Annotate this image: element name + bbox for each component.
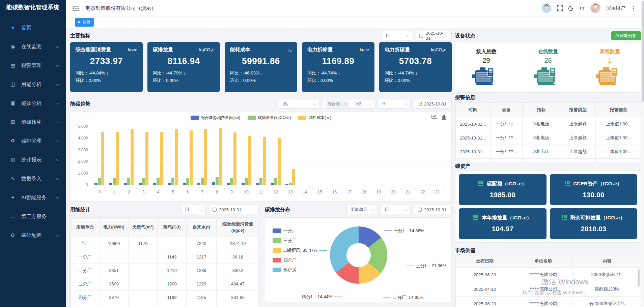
table-row[interactable]: 2025-10-31...一分厂中...A相电压上限超额上限值1.00...	[456, 131, 641, 145]
sidebar-item-carbon-emission-management[interactable]: ♻碳排管理	[0, 131, 66, 150]
sidebar-item-online-monitoring[interactable]: ◉在线监测	[0, 37, 66, 56]
sidebar-item-third-party-services[interactable]: ≣第三方服务	[0, 207, 66, 226]
line-chart-toggle-icon[interactable]	[431, 115, 437, 121]
sidebar-item-energy-usage-analysis[interactable]: ◫用能分析	[0, 75, 66, 94]
assistant-avatar[interactable]	[542, 3, 551, 13]
sidebar-item-data-entry[interactable]: ✎数据录入	[0, 169, 66, 188]
dist-period-select[interactable]: 日	[381, 205, 411, 214]
bar[interactable]	[216, 177, 219, 185]
bar[interactable]	[230, 178, 233, 185]
table-row[interactable]: 2025-10-31...一分厂中...A相电压上限超额上限值1.00...	[456, 145, 641, 159]
bar[interactable]	[204, 129, 207, 185]
bar[interactable]	[259, 178, 262, 185]
table-cell	[129, 250, 158, 264]
table-row[interactable]: 三分厂360912001229484.47	[71, 277, 259, 291]
ai-analysis-button[interactable]: AI智能分析	[611, 31, 641, 40]
bar[interactable]	[248, 136, 251, 185]
page-scrollbar[interactable]	[641, 0, 644, 307]
x-tick-label: 16	[327, 188, 342, 195]
bar[interactable]	[245, 178, 248, 185]
legend-item[interactable]: 四分厂	[273, 257, 297, 263]
table-row[interactable]: 2025-04-12******有限公司碳配额123吨	[456, 282, 641, 297]
table-row[interactable]: 2025-10-31...一分厂中...A相电压上限超额上限值1.00...	[456, 117, 641, 131]
bar[interactable]	[116, 132, 119, 185]
trend-y-axis-labels: 01,0002,0003,0004,0005,000	[73, 126, 89, 185]
bar[interactable]	[127, 178, 130, 185]
sidebar-item-basic-configuration[interactable]: ⚙基础配置	[0, 226, 66, 245]
bar[interactable]	[157, 178, 160, 185]
sidebar-item-energy-efficiency-analysis[interactable]: ▣能效分析	[0, 94, 66, 113]
table-row[interactable]: 四分厂237011891195331.82	[71, 291, 259, 304]
carbon-asset-label: 剩余可排放量（tCO₂e）	[570, 215, 625, 221]
bar-group	[283, 126, 298, 185]
table-cell: A相电压	[523, 117, 560, 131]
more-menu-icon[interactable]: ⋮	[631, 5, 636, 11]
table-row[interactable]: 全厂10660117672402874.19	[71, 237, 259, 250]
table-row[interactable]: 2025-06-20******有限公司2000张绿证出售	[456, 268, 641, 282]
bar[interactable]	[160, 132, 163, 185]
bar[interactable]	[186, 178, 189, 185]
dark-mode-moon-icon[interactable]	[568, 5, 574, 11]
font-size-icon[interactable]: TT	[580, 5, 585, 11]
motor-icon	[472, 66, 501, 88]
carbon-asset-tile: 本年排放量（tCO₂e）104.97	[459, 208, 547, 239]
bar[interactable]	[101, 132, 104, 185]
legend-item[interactable]: 综合能源消费量(kgce)	[191, 115, 240, 121]
table-row[interactable]: 2025-06-20******有限公司有2000张绿证出售	[456, 297, 641, 307]
sidebar-item-ai-services[interactable]: ✦AI智能服务	[0, 188, 66, 207]
sidebar-item-alarm-management[interactable]: ▤报警管理	[0, 56, 66, 75]
bar[interactable]	[131, 129, 134, 185]
bar[interactable]	[142, 178, 145, 185]
bar[interactable]	[171, 178, 174, 185]
menu-collapse-icon[interactable]	[73, 5, 79, 11]
user-avatar[interactable]	[590, 3, 600, 13]
legend-item[interactable]: 碳排放量(kgCO₂e)	[248, 115, 291, 121]
trend-chart-legend: 综合能源消费量(kgce)碳排放量(kgCO₂e)能耗成本(元)	[71, 115, 451, 121]
kpi-date-picker[interactable]: 2025-10-31	[416, 31, 452, 40]
trend-date-picker[interactable]: 2025-10-31	[414, 99, 452, 109]
sidebar-item-statistical-reports[interactable]: ▥统计报表	[0, 150, 66, 169]
fullscreen-icon[interactable]	[557, 5, 563, 11]
table-scrollbar[interactable]	[638, 269, 640, 287]
device-status-value: 28	[533, 57, 563, 64]
table-row[interactable]: 二分厂235112101236330.2	[71, 264, 259, 277]
bar[interactable]	[113, 178, 116, 185]
bar[interactable]	[98, 178, 101, 185]
bar[interactable]	[145, 132, 148, 185]
dist-date-picker[interactable]: 2025-10-31	[414, 205, 452, 214]
trend-metric-select[interactable]: 综合能...× +2	[323, 99, 374, 109]
sidebar-item-home[interactable]: ★首页	[0, 18, 66, 37]
dist-unit-select[interactable]: 用能单元	[346, 205, 377, 214]
trend-scope-select[interactable]: 全厂	[279, 99, 319, 109]
table-row[interactable]: 一分厂1149121739.18	[71, 250, 259, 264]
bar[interactable]	[219, 128, 222, 185]
bar[interactable]	[175, 129, 178, 185]
bar[interactable]	[278, 138, 281, 185]
energy-date-picker[interactable]: 2025-10-31	[209, 205, 259, 214]
carbon-dist-chart-card: 一分厂三分厂二分厂四分厂锅炉房 一分厂: 14.38%三分厂: 21.36%二分…	[265, 217, 452, 302]
energy-stats-table: 用能单元电力(kWh)天然气(m³)蒸汽(GJ)自来水(t)综合能源消费量(kg…	[71, 218, 259, 307]
legend-item[interactable]: 锅炉房	[273, 267, 297, 273]
kpi-period-select[interactable]: 日	[382, 31, 412, 40]
legend-item[interactable]: 一分厂	[273, 228, 297, 234]
sidebar-item-energy-carbon-budget[interactable]: ▦能碳预算	[0, 113, 66, 131]
legend-item[interactable]: 三分厂	[273, 238, 297, 244]
table-header-cell: 天然气(m³)	[129, 218, 158, 237]
bar[interactable]	[274, 178, 277, 185]
legend-item[interactable]: 能耗成本(元)	[298, 115, 331, 121]
scrollbar-thumb[interactable]	[642, 1, 644, 102]
bar[interactable]	[233, 132, 236, 185]
trend-date-value: 2025-10-31	[424, 101, 447, 106]
bar[interactable]	[292, 169, 295, 185]
tab-home[interactable]: 首页	[75, 18, 94, 27]
report-icon: ▥	[9, 157, 16, 163]
bar[interactable]	[190, 130, 193, 185]
bar-chart-toggle-icon[interactable]	[441, 115, 447, 121]
table-cell: 一分厂中...	[491, 131, 523, 145]
kpi-section-header: 主要指标 日 2025-10-31	[70, 30, 452, 41]
energy-period-select[interactable]: 日	[181, 205, 205, 214]
trend-period-select[interactable]: 日	[377, 99, 411, 109]
bar[interactable]	[201, 178, 204, 185]
tag-close-icon[interactable]: ×	[345, 101, 347, 106]
trend-controls: 全厂 综合能...× +2 日 2025-10-31	[279, 99, 452, 109]
